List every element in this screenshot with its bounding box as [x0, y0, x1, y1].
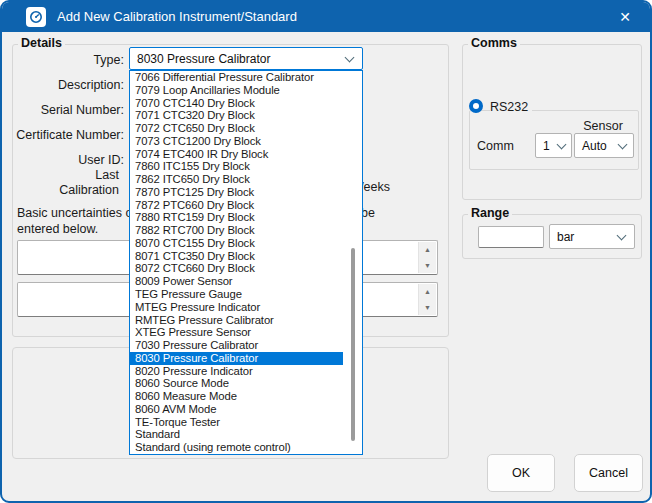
type-option[interactable]: 7882 RTC700 Dry Block — [130, 224, 356, 237]
chevron-down-icon — [557, 139, 567, 149]
type-option[interactable]: 8060 Measure Mode — [130, 390, 356, 403]
window-title: Add New Calibration Instrument/Standard — [57, 2, 297, 32]
ok-button[interactable]: OK — [487, 454, 555, 492]
cancel-button[interactable]: Cancel — [574, 454, 643, 492]
type-option[interactable]: 7860 ITC155 Dry Block — [130, 160, 356, 173]
type-option[interactable]: 7072 CTC650 Dry Block — [130, 122, 356, 135]
type-option[interactable]: 7880 RTC159 Dry Block — [130, 211, 356, 224]
chevron-down-icon — [618, 139, 628, 149]
type-options: 7066 Differential Pressure Calibrator707… — [130, 71, 362, 454]
spinner-down-icon[interactable]: ▼ — [419, 300, 436, 316]
type-option[interactable]: 7870 PTC125 Dry Block — [130, 186, 356, 199]
type-option[interactable]: MTEG Pressure Indicator — [130, 301, 356, 314]
type-option[interactable]: 8020 Pressure Indicator — [130, 365, 356, 378]
type-option[interactable]: Standard (using remote control) — [130, 441, 356, 454]
type-dropdown-list: 7066 Differential Pressure Calibrator707… — [129, 70, 363, 455]
comms-group-label: Comms — [468, 36, 520, 50]
close-icon[interactable]: ✕ — [610, 2, 640, 32]
last-calibration-label: Last Calibration — [2, 168, 119, 198]
spinner-up-icon[interactable]: ▲ — [419, 284, 436, 300]
type-combobox-value: 8030 Pressure Calibrator — [137, 52, 270, 66]
range-unit-value: bar — [557, 230, 574, 244]
spinner-down-icon[interactable]: ▼ — [419, 258, 436, 274]
uncertainty-field-1-spinner: ▲ ▼ — [418, 242, 436, 273]
field-label: Type: — [2, 53, 124, 67]
chevron-down-icon — [617, 230, 627, 240]
comm-port-combobox[interactable]: 1 — [535, 133, 572, 158]
range-input[interactable] — [478, 226, 544, 248]
add-instrument-dialog: Add New Calibration Instrument/Standard … — [0, 0, 652, 503]
title-bar: Add New Calibration Instrument/Standard … — [2, 2, 650, 32]
sensor-label: Sensor — [573, 119, 633, 133]
comm-label: Comm — [477, 139, 514, 153]
comm-port-value: 1 — [543, 139, 550, 153]
type-combobox[interactable]: 8030 Pressure Calibrator — [129, 47, 363, 70]
type-option[interactable]: 8009 Power Sensor — [130, 275, 356, 288]
range-unit-combobox[interactable]: bar — [549, 224, 635, 249]
type-option[interactable]: 8071 CTC350 Dry Block — [130, 250, 356, 263]
type-option[interactable]: 8060 AVM Mode — [130, 403, 356, 416]
type-option[interactable]: 7030 Pressure Calibrator — [130, 339, 356, 352]
type-option[interactable]: TE-Torque Tester — [130, 416, 356, 429]
field-label: User ID: — [2, 153, 124, 167]
type-option[interactable]: 8072 CTC660 Dry Block — [130, 262, 356, 275]
rs232-radio[interactable] — [469, 99, 483, 113]
uncertainty-field-2-spinner: ▲ ▼ — [418, 284, 436, 315]
chevron-down-icon — [345, 52, 355, 62]
type-option[interactable]: 8070 CTC155 Dry Block — [130, 237, 356, 250]
type-option[interactable]: 7074 ETC400 IR Dry Block — [130, 148, 356, 161]
type-option[interactable]: XTEG Pressure Sensor — [130, 326, 356, 339]
type-option[interactable]: Standard — [130, 428, 356, 441]
type-option[interactable]: 7862 ITC650 Dry Block — [130, 173, 356, 186]
type-option[interactable]: 7066 Differential Pressure Calibrator — [130, 71, 356, 84]
instrument-gauge-icon — [26, 7, 46, 27]
field-label: Certificate Number: — [2, 128, 124, 142]
type-option[interactable]: TEG Pressure Gauge — [130, 288, 356, 301]
type-option[interactable]: RMTEG Pressure Calibrator — [130, 314, 356, 327]
type-option[interactable]: 7872 PTC660 Dry Block — [130, 199, 356, 212]
sensor-value: Auto — [582, 139, 607, 153]
details-group-label: Details — [18, 36, 65, 50]
type-option[interactable]: 7079 Loop Ancillaries Module — [130, 84, 356, 97]
type-option[interactable]: 7070 CTC140 Dry Block — [130, 97, 356, 110]
sensor-combobox[interactable]: Auto — [574, 133, 634, 158]
rs232-label: RS232 — [490, 100, 532, 114]
range-group-label: Range — [468, 206, 512, 220]
spinner-up-icon[interactable]: ▲ — [419, 242, 436, 258]
type-option[interactable]: 7073 CTC1200 Dry Block — [130, 135, 356, 148]
uncertainty-note-right: be — [361, 206, 375, 220]
field-label: Serial Number: — [2, 103, 124, 117]
dropdown-scrollbar-thumb[interactable] — [351, 248, 355, 441]
type-option[interactable]: 7071 CTC320 Dry Block — [130, 109, 356, 122]
type-option-selected[interactable]: 8030 Pressure Calibrator — [130, 352, 343, 365]
field-label: Description: — [2, 78, 124, 92]
type-option[interactable]: 8060 Source Mode — [130, 377, 356, 390]
uncertainty-note-left: Basic uncertainties or — [17, 206, 137, 220]
uncertainty-note-line2: entered below. — [17, 222, 98, 236]
